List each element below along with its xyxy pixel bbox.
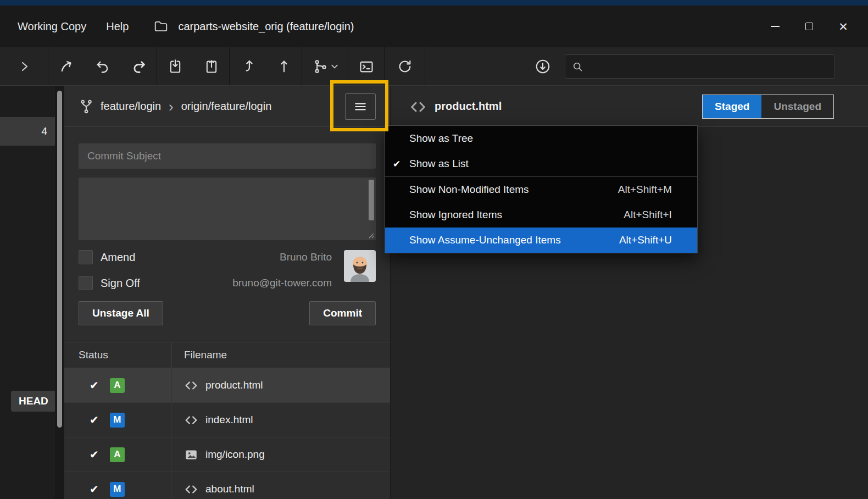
filename: product.html bbox=[205, 379, 263, 391]
table-header: Status Filename bbox=[64, 342, 390, 368]
staged-check-icon[interactable]: ✔ bbox=[90, 379, 99, 392]
filename: index.html bbox=[205, 414, 253, 426]
fetch-button[interactable] bbox=[527, 47, 558, 85]
amend-label: Amend bbox=[101, 251, 135, 264]
undo-icon bbox=[95, 59, 110, 74]
refresh-button[interactable] bbox=[385, 47, 425, 85]
commit-graph-rail: 4 HEAD bbox=[0, 86, 55, 499]
tab-unstaged[interactable]: Unstaged bbox=[761, 95, 833, 118]
working-copy-row[interactable]: 4 bbox=[0, 117, 55, 146]
author-email: bruno@git-tower.com bbox=[232, 276, 332, 290]
menu-working-copy[interactable]: Working Copy bbox=[8, 15, 96, 38]
menu-item-show-as-tree[interactable]: Show as Tree bbox=[385, 126, 697, 151]
graph-scrollbar-thumb[interactable] bbox=[57, 91, 62, 428]
search-icon bbox=[572, 61, 583, 72]
head-badge[interactable]: HEAD bbox=[11, 391, 56, 412]
stash-pop-button[interactable] bbox=[193, 47, 230, 85]
commit-button[interactable]: Commit bbox=[309, 301, 376, 325]
detail-header: product.html Staged Unstaged bbox=[391, 86, 868, 127]
menu-shortcut: Alt+Shift+U bbox=[619, 234, 672, 246]
commit-message-textarea[interactable] bbox=[79, 178, 376, 240]
undo-button[interactable] bbox=[85, 47, 121, 85]
commit-subject-input[interactable] bbox=[79, 143, 376, 169]
stash-up-icon bbox=[204, 59, 219, 74]
staged-check-icon[interactable]: ✔ bbox=[90, 448, 99, 461]
remote-branch[interactable]: origin/feature/login bbox=[181, 100, 272, 113]
staged-check-icon[interactable]: ✔ bbox=[90, 413, 99, 426]
resize-grip-icon[interactable] bbox=[366, 231, 374, 239]
menu-shortcut: Alt+Shift+M bbox=[618, 184, 672, 196]
commit-form: Amend Sign Off Bruno Brito bruno@git-tow… bbox=[64, 127, 390, 325]
message-scrollbar-thumb[interactable] bbox=[369, 180, 374, 220]
filename-column-header[interactable]: Filename bbox=[172, 342, 390, 368]
close-button[interactable]: ✕ bbox=[826, 14, 860, 38]
redo-button[interactable] bbox=[121, 47, 157, 85]
table-row[interactable]: ✔ A img/icon.png bbox=[64, 437, 390, 472]
commit-message-box[interactable] bbox=[79, 178, 376, 240]
commit-meta: Amend Sign Off Bruno Brito bruno@git-tow… bbox=[79, 250, 376, 290]
filename: about.html bbox=[205, 483, 254, 495]
table-row[interactable]: ✔ M about.html bbox=[64, 472, 390, 499]
amend-option[interactable]: Amend bbox=[79, 250, 140, 264]
checkout-icon bbox=[59, 59, 74, 74]
menu-checkmark-icon: ✔ bbox=[393, 158, 409, 170]
checkout-button[interactable] bbox=[48, 47, 85, 85]
sign-off-label: Sign Off bbox=[101, 277, 140, 290]
toolbar bbox=[0, 47, 868, 86]
menu-item-show-ignored[interactable]: Show Ignored Items Alt+Shift+I bbox=[385, 202, 697, 228]
push-button[interactable] bbox=[266, 47, 302, 85]
sign-off-option[interactable]: Sign Off bbox=[79, 276, 140, 290]
redo-icon bbox=[131, 59, 147, 74]
amend-checkbox[interactable] bbox=[79, 250, 93, 264]
folder-icon bbox=[153, 19, 169, 34]
maximize-button[interactable] bbox=[792, 14, 826, 38]
graph-scrollbar[interactable] bbox=[55, 86, 64, 499]
menu-item-show-assume-unchanged[interactable]: Show Assume-Unchanged Items Alt+Shift+U bbox=[385, 228, 697, 253]
local-branch[interactable]: feature/login bbox=[101, 100, 161, 113]
pull-button[interactable] bbox=[230, 47, 266, 85]
filename: img/icon.png bbox=[205, 448, 265, 461]
working-copy-panel: feature/login › origin/feature/login bbox=[64, 86, 390, 499]
staged-files-table: Status Filename ✔ A product.html ✔ M bbox=[64, 342, 390, 499]
code-file-icon bbox=[184, 378, 198, 392]
window-title: carparts-website_orig (feature/login) bbox=[178, 20, 354, 33]
maximize-icon bbox=[805, 23, 813, 30]
view-options-menu: Show as Tree ✔ Show as List Show Non-Mod… bbox=[385, 125, 698, 253]
minimize-icon bbox=[771, 26, 780, 27]
staged-check-icon[interactable]: ✔ bbox=[90, 483, 99, 496]
pull-icon bbox=[240, 59, 255, 74]
chevron-down-icon bbox=[331, 64, 338, 69]
table-row[interactable]: ✔ A product.html bbox=[64, 368, 390, 403]
terminal-icon bbox=[359, 59, 374, 74]
status-badge: M bbox=[110, 482, 125, 497]
table-row[interactable]: ✔ M index.html bbox=[64, 403, 390, 437]
sign-off-checkbox[interactable] bbox=[79, 276, 93, 290]
detail-file-title: product.html bbox=[435, 100, 502, 113]
merge-icon bbox=[313, 59, 328, 74]
menu-item-show-non-modified[interactable]: Show Non-Modified Items Alt+Shift+M bbox=[385, 177, 697, 202]
menu-item-show-as-list[interactable]: ✔ Show as List bbox=[385, 151, 697, 176]
close-icon: ✕ bbox=[838, 21, 848, 32]
search-field[interactable] bbox=[565, 54, 835, 79]
unstage-all-button[interactable]: Unstage All bbox=[79, 301, 163, 325]
status-column-header[interactable]: Status bbox=[64, 342, 172, 368]
stash-button[interactable] bbox=[157, 47, 193, 85]
collapse-sidebar-button[interactable] bbox=[0, 47, 48, 85]
breadcrumb-chevron-icon: › bbox=[169, 99, 174, 114]
refresh-icon bbox=[397, 59, 413, 74]
stage-tabs: Staged Unstaged bbox=[702, 95, 834, 119]
minimize-button[interactable] bbox=[758, 14, 792, 38]
titlebar: Working Copy Help carparts-website_orig … bbox=[0, 5, 868, 47]
terminal-button[interactable] bbox=[348, 47, 385, 85]
highlight-annotation-box bbox=[330, 80, 388, 131]
tab-staged[interactable]: Staged bbox=[703, 95, 761, 118]
status-badge: A bbox=[110, 378, 125, 393]
search-input[interactable] bbox=[587, 55, 834, 78]
status-badge: M bbox=[110, 413, 125, 428]
branch-icon bbox=[79, 99, 94, 114]
code-file-icon bbox=[409, 98, 427, 115]
menu-help[interactable]: Help bbox=[96, 15, 138, 38]
push-icon bbox=[276, 59, 292, 74]
menu-shortcut: Alt+Shift+I bbox=[624, 209, 672, 221]
merge-button[interactable] bbox=[302, 47, 348, 85]
